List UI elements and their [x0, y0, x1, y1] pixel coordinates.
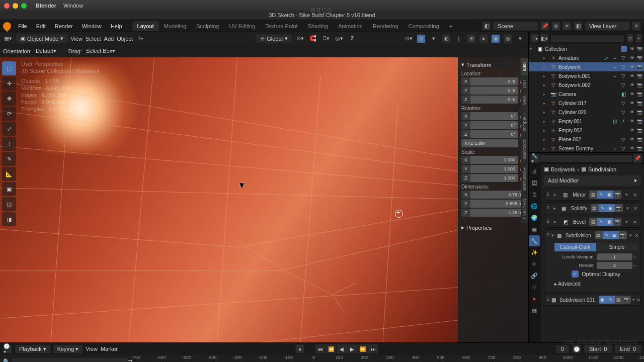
out-collection[interactable]: ▾▣Collection👁📷: [529, 44, 644, 53]
outliner-item[interactable]: ▸▽Plane.002▽👁📷: [529, 135, 644, 144]
eye-icon[interactable]: 👁: [628, 63, 635, 70]
render-tog-icon[interactable]: 📷: [636, 45, 643, 52]
workspace-animation[interactable]: Animation: [333, 21, 368, 31]
menu-render[interactable]: Render: [51, 22, 77, 30]
mod-menu-icon[interactable]: ▾: [623, 192, 630, 197]
add-modifier-button[interactable]: Add Modifier▾: [544, 175, 641, 186]
maximize-window-icon[interactable]: [21, 3, 27, 9]
matprev-shading-icon[interactable]: ◉: [491, 34, 500, 43]
mod-edit-icon[interactable]: ✎: [603, 231, 611, 239]
mod-edit-icon[interactable]: ✎: [597, 218, 605, 226]
loc-z[interactable]: 0 m: [470, 96, 518, 104]
advanced-toggle[interactable]: ▸ Advanced: [554, 279, 637, 289]
scene-new-icon[interactable]: ⊕: [551, 22, 560, 31]
loc-y[interactable]: 0 m: [470, 86, 518, 95]
eye-icon[interactable]: 👁: [628, 127, 635, 134]
bc-obj[interactable]: Bodywork: [551, 166, 575, 172]
eye-icon[interactable]: 👁: [628, 136, 635, 143]
tool-move[interactable]: ✥: [2, 92, 16, 106]
workspace-shading[interactable]: Shading: [303, 21, 333, 31]
optimal-check[interactable]: ✓: [572, 270, 579, 278]
mod-oncage-icon[interactable]: ▤: [589, 218, 597, 226]
render-tog-icon[interactable]: 📷: [636, 81, 643, 88]
outliner-item[interactable]: ▸▽Cylinder.017▽👁📷: [529, 99, 644, 108]
xray-icon[interactable]: ▾: [429, 34, 439, 44]
tab-physics[interactable]: ⚛: [529, 258, 540, 269]
render-shading-icon[interactable]: ◎: [503, 34, 512, 43]
props-pin-icon[interactable]: 📌: [633, 154, 642, 163]
xray-toggle-icon[interactable]: ◐: [442, 34, 451, 43]
eye-icon[interactable]: 👁: [628, 118, 635, 125]
tl-keying[interactable]: Keying▾: [53, 345, 83, 353]
mod-render-icon[interactable]: 📷: [613, 218, 621, 226]
summary-search[interactable]: [12, 358, 128, 362]
tab-mesh[interactable]: ▽: [529, 282, 540, 293]
render-tog-icon[interactable]: 📷: [636, 54, 643, 61]
layer-del-icon[interactable]: ✕: [632, 22, 641, 31]
mod-menu-icon[interactable]: ▾: [624, 206, 631, 211]
workspace-compositing[interactable]: Compositing: [404, 21, 444, 31]
tool-cursor[interactable]: ✛: [2, 76, 16, 90]
tab-scene[interactable]: 🌐: [529, 201, 540, 212]
mod-name[interactable]: Subdivision.001: [557, 297, 597, 303]
mod-oncage-icon[interactable]: ▤: [595, 231, 603, 239]
outliner-type-icon[interactable]: ≣▾: [531, 34, 538, 43]
outliner-item[interactable]: ▸📷Camera◧👁📷: [529, 89, 644, 99]
tl-marker[interactable]: Marker: [101, 346, 118, 352]
grip-icon[interactable]: ⠿: [546, 233, 550, 238]
mode-dropdown[interactable]: ▣Object Mode▾: [16, 34, 67, 43]
vp-menu-object[interactable]: Object: [117, 36, 133, 42]
preview-range-icon[interactable]: 🕐: [572, 344, 581, 353]
tool-annotate[interactable]: ✎: [2, 152, 16, 166]
outliner-display-icon[interactable]: ◧▾: [540, 34, 548, 43]
render-tog-icon[interactable]: 📷: [636, 90, 643, 98]
orientation-val[interactable]: Default▾: [36, 48, 56, 54]
outliner-item[interactable]: ▸▽Screen Dummy↔▽👁📷: [529, 144, 644, 152]
outliner-item[interactable]: ▸⟡Armature⤢↔▽👁📷: [529, 53, 644, 62]
mod-render-icon[interactable]: 📷: [623, 296, 631, 304]
tab-world[interactable]: 🌍: [529, 212, 540, 223]
mod-delete-icon[interactable]: ✕: [632, 206, 638, 211]
eye-icon[interactable]: 👁: [628, 90, 635, 98]
pivot-icon[interactable]: ⊙▾: [295, 34, 305, 44]
outliner-search[interactable]: [550, 34, 625, 42]
workspace-sculpting[interactable]: Sculpting: [191, 21, 224, 31]
outliner-list[interactable]: ▾▣Collection👁📷 ▸⟡Armature⤢↔▽👁📷▸▽Bodywork…: [529, 44, 644, 152]
solid-shading-icon[interactable]: ●: [479, 34, 488, 43]
timeline-type-icon[interactable]: 🕐▾: [3, 344, 12, 353]
ntab-item[interactable]: Item: [521, 58, 528, 75]
render-tog-icon[interactable]: 📷: [636, 109, 643, 116]
mod-oncage-icon[interactable]: ▤: [591, 204, 599, 212]
mod-realtime-icon[interactable]: ▣: [605, 218, 613, 226]
workspace-add[interactable]: +: [444, 21, 457, 31]
editor-type-icon[interactable]: ▦▾: [3, 34, 13, 44]
start-frame[interactable]: Start0: [584, 345, 612, 353]
scl-y[interactable]: 1.000: [470, 165, 518, 173]
overlay-active-icon[interactable]: ⊞: [417, 34, 426, 43]
jump-start-icon[interactable]: ⏮: [315, 344, 326, 353]
rot-mode[interactable]: XYZ Euler: [461, 139, 518, 147]
render-tog-icon[interactable]: 📷: [636, 63, 643, 70]
mac-menu-window[interactable]: Window: [63, 3, 83, 9]
outliner-item[interactable]: ▸▽Bodywork.001↔▽👁📷: [529, 71, 644, 80]
levels-viewport[interactable]: 1: [597, 253, 632, 260]
tool-extra1[interactable]: ◫: [2, 197, 16, 211]
render-tog-icon[interactable]: 📷: [636, 118, 643, 125]
mod-menu-icon[interactable]: ▾: [632, 297, 635, 302]
outliner-item[interactable]: ▸▽Bodywork↔▽👁📷: [529, 62, 644, 71]
ntab-powersave[interactable]: PowerSave: [521, 163, 528, 195]
mod-name[interactable]: Mirror: [571, 192, 588, 198]
render-tog-icon[interactable]: 📷: [636, 72, 643, 79]
mod-oncage-icon[interactable]: ▤: [589, 191, 597, 199]
play-rev-icon[interactable]: ◀: [337, 344, 347, 353]
viewport-canvas[interactable]: ⬚ ✛ ✥ ⟳ ⤢ ⊹ ✎ 📐 ▣ ◫ ◨ User Perspective (…: [0, 57, 528, 342]
shading-opts-icon[interactable]: ▾: [515, 34, 525, 44]
tool-extra2[interactable]: ◨: [2, 212, 16, 226]
mod-name[interactable]: Solidify: [569, 206, 589, 211]
tool-measure[interactable]: 📐: [2, 167, 16, 181]
dim-x[interactable]: 2.79 m: [470, 191, 525, 199]
grip-icon[interactable]: ⠿: [546, 192, 552, 197]
viewlayer-field[interactable]: View Layer: [585, 22, 630, 31]
dim-y[interactable]: 0.898 m: [470, 200, 525, 208]
eye-icon[interactable]: 👁: [628, 145, 635, 152]
